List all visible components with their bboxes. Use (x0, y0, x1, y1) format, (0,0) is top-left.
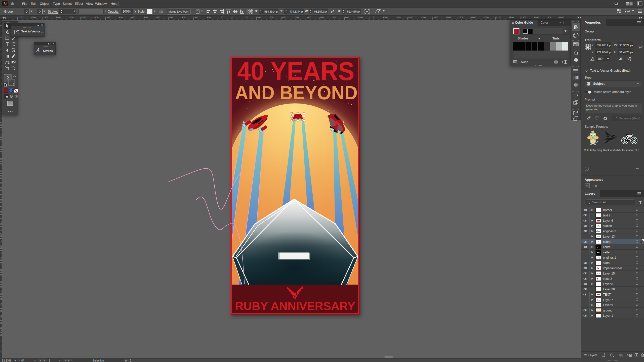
svg-text:RUBY ANNIVERSARY: RUBY ANNIVERSARY (235, 300, 355, 312)
